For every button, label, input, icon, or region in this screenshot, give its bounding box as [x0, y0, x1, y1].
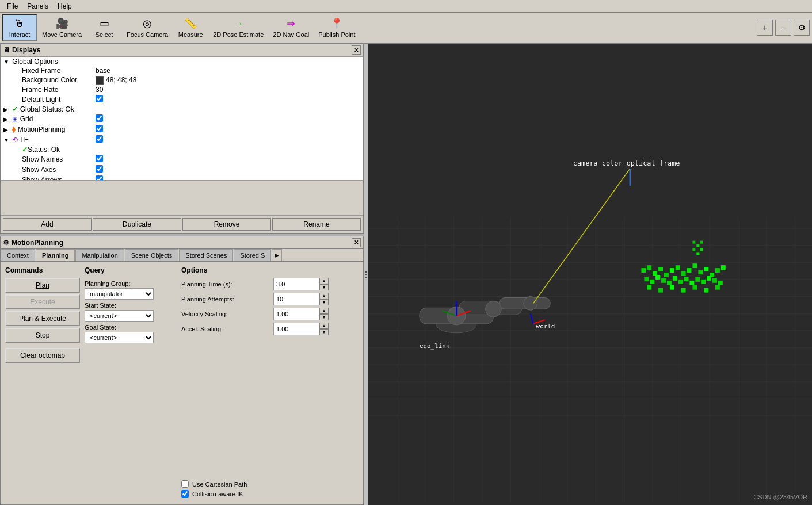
planning-time-input[interactable] [273, 278, 319, 290]
displays-table: ▼ Global Options Fixed Frame base Backgr… [1, 57, 363, 181]
tool-interact[interactable]: 🖱 Interact [2, 14, 37, 41]
menu-panels[interactable]: Panels [22, 1, 53, 12]
table-row[interactable]: ✓Status: Ok [1, 145, 363, 154]
planning-attempts-down[interactable]: ▼ [319, 299, 329, 305]
clear-octomap-button[interactable]: Clear octomap [5, 348, 80, 363]
resize-handle-v[interactable]: ⋮ [364, 44, 368, 505]
svg-rect-38 [641, 268, 646, 273]
table-row[interactable]: ▼ Global Options [1, 57, 363, 66]
tool-2d-nav-label: 2D Nav Goal [273, 31, 309, 38]
motionplanning-checkbox[interactable] [96, 125, 103, 132]
accel-scaling-input[interactable] [273, 323, 319, 335]
planning-time-value: ▲ ▼ [273, 278, 329, 290]
svg-rect-58 [673, 276, 677, 281]
accel-scaling-up[interactable]: ▲ [319, 323, 329, 329]
tool-focus-camera[interactable]: ◎ Focus Camera [123, 14, 172, 41]
expand-global-options[interactable]: ▼ [3, 59, 10, 65]
table-row[interactable]: ▼ ⟲ TF [1, 135, 363, 145]
expand-grid[interactable]: ▶ [3, 116, 10, 123]
table-row[interactable]: Show Axes [1, 164, 363, 175]
planning-group-select[interactable]: manipulator [85, 288, 154, 300]
table-row[interactable]: ▶ ⧫ MotionPlanning [1, 124, 363, 135]
default-light-checkbox[interactable] [96, 95, 103, 102]
planning-attempts-input[interactable] [273, 293, 319, 305]
table-row[interactable]: Show Names [1, 154, 363, 164]
tab-stored-s[interactable]: Stored S [234, 249, 271, 261]
add-button[interactable]: Add [3, 218, 92, 231]
collision-aware-checkbox[interactable] [181, 490, 189, 498]
velocity-scaling-label: Velocity Scaling: [181, 311, 273, 317]
table-row[interactable]: Fixed Frame base [1, 66, 363, 75]
tf-status-label: Status: Ok [28, 146, 60, 154]
tool-2d-pose[interactable]: → 2D Pose Estimate [209, 14, 268, 41]
tf-checkbox[interactable] [96, 135, 103, 143]
show-names-checkbox[interactable] [96, 155, 103, 162]
menu-help[interactable]: Help [53, 1, 77, 12]
grid-checkbox[interactable] [96, 114, 103, 122]
table-row[interactable]: Show Arrows [1, 175, 363, 181]
tool-measure[interactable]: 📏 Measure [173, 14, 208, 41]
svg-rect-43 [670, 268, 674, 273]
tf-label: TF [20, 136, 28, 144]
viewport[interactable]: camera_color_optical_frame [368, 44, 812, 505]
remove-button[interactable]: Remove [182, 218, 271, 231]
duplicate-button[interactable]: Duplicate [93, 218, 181, 231]
zoom-in-button[interactable]: + [757, 20, 773, 36]
show-arrows-checkbox[interactable] [96, 175, 103, 181]
stop-button[interactable]: Stop [5, 328, 80, 343]
velocity-scaling-down[interactable]: ▼ [319, 314, 329, 320]
table-row[interactable]: Default Light [1, 94, 363, 105]
plan-button[interactable]: Plan [5, 278, 80, 293]
goal-state-select[interactable]: <current> [85, 332, 154, 343]
show-arrows-label: Show Arrows [22, 176, 62, 181]
goal-state-label: Goal State: [85, 324, 177, 331]
accel-scaling-down[interactable]: ▼ [319, 329, 329, 335]
velocity-scaling-up[interactable]: ▲ [319, 308, 329, 314]
table-row[interactable]: ▶ ⊞ Grid [1, 114, 363, 124]
planning-attempts-value: ▲ ▼ [273, 293, 329, 305]
expand-motionplanning[interactable]: ▶ [3, 127, 10, 133]
tool-select[interactable]: ▭ Select [87, 14, 121, 41]
settings-button[interactable]: ⚙ [794, 20, 810, 36]
cartesian-path-checkbox[interactable] [181, 480, 189, 488]
svg-rect-59 [678, 280, 683, 284]
tab-context[interactable]: Context [1, 249, 35, 261]
expand-global-status[interactable]: ▶ [3, 106, 10, 113]
svg-rect-42 [664, 273, 669, 277]
frame-rate-label: Frame Rate [22, 86, 58, 94]
table-row[interactable]: ▶ ✓ Global Status: Ok [1, 105, 363, 114]
execute-button[interactable]: Execute [5, 294, 80, 309]
show-axes-checkbox[interactable] [96, 165, 103, 173]
motion-panel-header: ⚙ MotionPlanning ✕ [1, 236, 363, 249]
tab-planning[interactable]: Planning [36, 249, 75, 262]
menu-file[interactable]: File [2, 1, 22, 12]
displays-panel-close[interactable]: ✕ [352, 45, 361, 55]
tool-move-camera-label: Move Camera [42, 31, 82, 38]
velocity-scaling-input[interactable] [273, 308, 319, 320]
tab-manipulation[interactable]: Manipulation [75, 249, 124, 261]
motion-panel-close[interactable]: ✕ [352, 238, 361, 247]
planning-group-row: manipulator [85, 288, 177, 300]
plan-execute-button[interactable]: Plan & Execute [5, 311, 80, 326]
svg-rect-55 [655, 275, 660, 280]
tool-move-camera[interactable]: 🎥 Move Camera [38, 14, 86, 41]
start-state-select[interactable]: <current> [85, 310, 154, 322]
displays-scroll[interactable]: ▼ Global Options Fixed Frame base Backgr… [1, 56, 363, 181]
tab-stored-scenes[interactable]: Stored Scenes [179, 249, 233, 261]
options-label: Options [181, 266, 359, 274]
planning-attempts-up[interactable]: ▲ [319, 293, 329, 299]
fixed-frame-label: Fixed Frame [22, 67, 60, 75]
accel-scaling-spinners: ▲ ▼ [319, 323, 329, 335]
tab-scene-objects[interactable]: Scene Objects [125, 249, 179, 261]
planning-time-up[interactable]: ▲ [319, 278, 329, 284]
zoom-out-button[interactable]: − [775, 20, 791, 36]
planning-time-down[interactable]: ▼ [319, 284, 329, 290]
rename-button[interactable]: Rename [272, 218, 361, 231]
fixed-frame-value: base [96, 67, 110, 75]
expand-tf[interactable]: ▼ [3, 137, 10, 143]
tab-more-button[interactable]: ▶ [272, 249, 282, 261]
tool-publish-point[interactable]: 📍 Publish Point [314, 14, 359, 41]
table-row[interactable]: Frame Rate 30 [1, 85, 363, 94]
table-row[interactable]: Background Color 48; 48; 48 [1, 75, 363, 85]
tool-2d-nav[interactable]: ⇒ 2D Nav Goal [269, 14, 313, 41]
